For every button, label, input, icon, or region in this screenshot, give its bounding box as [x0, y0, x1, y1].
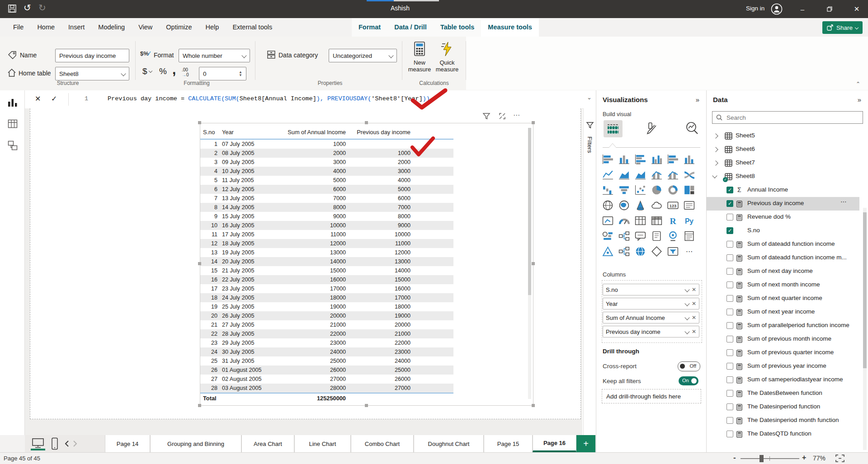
field-pill-s-no[interactable]: S.no✕: [603, 284, 699, 295]
resize-handle[interactable]: [198, 262, 201, 265]
close-button[interactable]: ✕: [846, 0, 867, 18]
field-checkbox[interactable]: [726, 363, 733, 370]
account-avatar-icon[interactable]: [771, 3, 783, 15]
paginated-report-icon[interactable]: [683, 230, 697, 243]
table-item-sheet6[interactable]: Sheet6: [707, 143, 860, 156]
page-tab-line-chart[interactable]: Line Chart: [294, 435, 351, 452]
line-and-clustered-column-chart-icon[interactable]: [667, 169, 680, 181]
resize-handle[interactable]: [532, 404, 535, 407]
field-item-sum-of-previous-quarter-income[interactable]: Sum of previous quarter income: [707, 346, 859, 360]
field-pill-year[interactable]: Year✕: [603, 298, 699, 309]
stacked-column-chart-icon[interactable]: [618, 154, 632, 166]
quick-measure-button[interactable]: Quickmeasure: [434, 41, 460, 73]
sign-in-button[interactable]: Sign in: [746, 5, 764, 12]
data-category-dropdown[interactable]: Uncategorized: [329, 49, 397, 62]
page-tab-page-16[interactable]: Page 16: [533, 435, 576, 452]
thousands-separator-button[interactable]: ,: [172, 62, 176, 77]
decimal-places-icon[interactable]: .00→0: [182, 67, 189, 77]
zoom-slider[interactable]: [741, 458, 799, 459]
table-row[interactable]: 511 July 200550004000: [200, 176, 453, 185]
table-row[interactable]: 410 July 200540003000: [200, 167, 453, 176]
table-header-row[interactable]: S.noYearSum of Annual IncomePrevious day…: [200, 127, 453, 140]
field-checkbox[interactable]: [726, 295, 733, 302]
area-chart-icon[interactable]: [618, 169, 632, 181]
table-row[interactable]: 2026 July 20052000019000: [200, 311, 453, 320]
analytics-tab[interactable]: [685, 121, 699, 136]
report-page[interactable]: ⋯ S.noYearSum of Annual IncomePrevious d…: [30, 108, 581, 419]
table-row[interactable]: 1824 July 20051800017000: [200, 293, 453, 302]
table-row[interactable]: 2531 July 20052500024000: [200, 356, 453, 366]
build-visual-tab[interactable]: [604, 120, 623, 137]
custom-visual-icon[interactable]: [651, 246, 664, 258]
metrics-icon[interactable]: [667, 230, 680, 243]
previous-page-icon[interactable]: [65, 441, 69, 447]
smart-narrative-icon[interactable]: [651, 230, 664, 243]
table-row[interactable]: 1420 July 20051400013000: [200, 257, 453, 266]
table-item-sheet7[interactable]: Sheet7: [707, 156, 860, 170]
table-row[interactable]: 2329 July 20052300022000: [200, 338, 453, 347]
table-row[interactable]: 2803 August 20052800027000: [200, 384, 453, 393]
field-checkbox[interactable]: [726, 241, 733, 248]
field-item-the-datesbetween-function[interactable]: The DatesBetween function: [707, 387, 859, 400]
resize-handle[interactable]: [365, 404, 368, 407]
column-header-s-no[interactable]: S.no: [203, 127, 219, 136]
pill-dropdown-icon[interactable]: [684, 315, 689, 320]
new-measure-button[interactable]: Newmeasure: [407, 41, 432, 73]
table-row[interactable]: 2127 July 20052100020000: [200, 320, 453, 329]
format-visual-tab[interactable]: [645, 122, 659, 136]
pill-dropdown-icon[interactable]: [684, 301, 689, 306]
filter-funnel-icon[interactable]: [586, 121, 594, 129]
undo-icon[interactable]: ↺: [24, 3, 31, 13]
field-item-sum-of-previous-month-income[interactable]: Sum of previous month income: [707, 333, 859, 346]
shape-map-icon[interactable]: [651, 200, 664, 212]
search-input[interactable]: [726, 114, 859, 122]
table-row[interactable]: 309 July 200530002000: [200, 158, 453, 167]
redo-icon[interactable]: ↻: [38, 3, 46, 13]
table-row[interactable]: 107 July 20051000: [200, 140, 453, 149]
kpi-icon[interactable]: [602, 215, 615, 227]
field-checkbox[interactable]: [726, 281, 733, 288]
line-and-stacked-column-chart-icon[interactable]: [651, 169, 664, 181]
visual-filter-icon[interactable]: [482, 112, 491, 120]
multi-row-card-icon[interactable]: [683, 200, 697, 212]
table-row[interactable]: 2601 August 20052600025000: [200, 366, 453, 375]
field-checkbox[interactable]: ✓: [726, 187, 733, 193]
field-checkbox[interactable]: [726, 403, 733, 410]
decomposition-tree-icon[interactable]: [618, 230, 632, 243]
field-item-s-no[interactable]: ✓S.no: [707, 224, 859, 238]
table-row[interactable]: 1925 July 20051900018000: [200, 302, 453, 311]
formula-accept-icon[interactable]: ✓: [51, 94, 57, 103]
field-item-sum-of-previous-year-income[interactable]: Sum of previous year income: [707, 360, 859, 373]
ribbon-tab-modeling[interactable]: Modeling: [91, 18, 132, 37]
table-row[interactable]: 1521 July 20051500014000: [200, 266, 453, 275]
pill-remove-icon[interactable]: ✕: [692, 328, 696, 335]
field-checkbox[interactable]: [726, 390, 733, 397]
model-view-icon[interactable]: [7, 140, 18, 151]
field-item-sum-of-next-year-income[interactable]: Sum of next year income: [707, 305, 859, 319]
arcgis-map-icon[interactable]: [634, 246, 648, 258]
card-icon[interactable]: 123: [667, 200, 680, 212]
page-tab-grouping-and-binning[interactable]: Grouping and Binning: [150, 435, 241, 452]
gauge-icon[interactable]: [618, 215, 632, 227]
field-item-sum-of-sameperiodlastyear-income[interactable]: Sum of sameperiodlastyear income: [707, 373, 859, 387]
field-item-sum-of-parallelperiod-function-income[interactable]: Sum of parallelperiod function income: [707, 319, 859, 333]
field-item-sum-of-next-month-income[interactable]: Sum of next month income: [707, 278, 859, 292]
table-item-sheet8[interactable]: ✓Sheet8: [707, 170, 860, 183]
dax-formula-input[interactable]: Previous day income = CALCULATE(SUM(Shee…: [108, 95, 430, 102]
field-pill-sum-of-annual-income[interactable]: Sum of Annual Income✕: [603, 312, 699, 323]
keep-all-filters-toggle[interactable]: On: [679, 376, 698, 385]
waterfall-chart-icon[interactable]: [602, 184, 615, 197]
table-row[interactable]: 713 July 200570006000: [200, 194, 453, 203]
share-button[interactable]: Share: [822, 21, 863, 34]
table-row[interactable]: 1622 July 20051600015000: [200, 275, 453, 284]
resize-handle[interactable]: [365, 121, 368, 124]
field-checkbox[interactable]: [726, 322, 733, 329]
search-box[interactable]: [712, 111, 863, 124]
pill-dropdown-icon[interactable]: [684, 329, 689, 334]
table-icon[interactable]: [634, 215, 648, 227]
field-checkbox[interactable]: [726, 349, 733, 356]
new-page-button[interactable]: +: [576, 435, 595, 452]
table-visual[interactable]: S.noYearSum of Annual IncomePrevious day…: [200, 123, 533, 406]
pie-chart-icon[interactable]: [651, 184, 664, 197]
treemap-icon[interactable]: [683, 184, 697, 197]
